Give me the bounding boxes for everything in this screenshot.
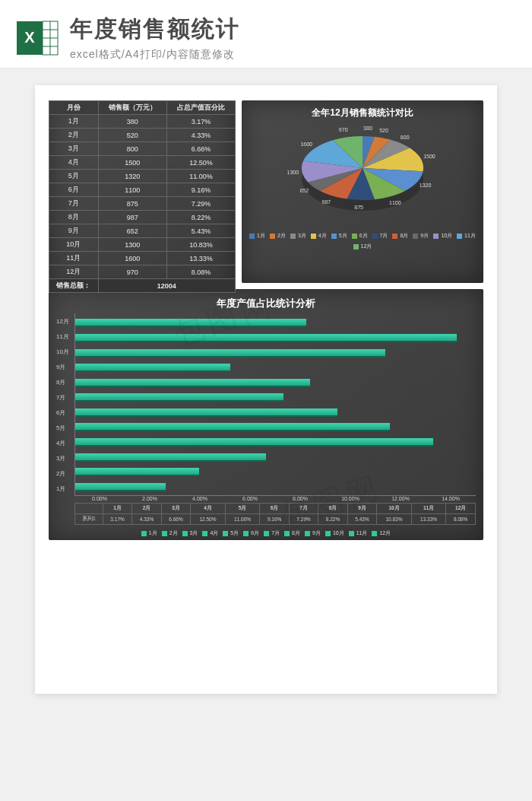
- legend-item: 9月: [413, 232, 429, 240]
- table-cell: 1100: [98, 183, 166, 197]
- bar-y-label: 3月: [56, 454, 71, 462]
- table-cell: 1600: [98, 252, 166, 265]
- table-cell: 12.50%: [166, 156, 235, 170]
- pie-data-label: 1600: [300, 141, 312, 147]
- legend-item: 1月: [249, 232, 265, 240]
- legend-item: 5月: [331, 232, 347, 240]
- bar-y-label: 4月: [56, 439, 71, 447]
- pie-data-label: 1500: [423, 154, 435, 159]
- legend-item: 4月: [202, 529, 218, 537]
- bar-y-axis: 1月2月3月4月5月6月7月8月9月10月11月12月: [56, 313, 74, 496]
- table-row: 6月11009.16%: [49, 183, 236, 197]
- page-title: 年度销售额统计: [70, 14, 515, 45]
- legend-item: 12月: [372, 529, 391, 537]
- table-row: 5月132011.00%: [49, 170, 236, 183]
- table-row: 12月9708.08%: [49, 265, 236, 279]
- bar: [75, 468, 199, 475]
- table-cell: 520: [98, 129, 166, 142]
- bar-y-label: 8月: [56, 378, 71, 386]
- legend-item: 2月: [270, 232, 286, 240]
- table-cell: 800: [98, 142, 166, 156]
- legend-item: 4月: [311, 232, 327, 240]
- legend-item: 8月: [392, 232, 408, 240]
- total-label: 销售总额：: [49, 279, 99, 293]
- sales-data-table: 月份 销售额（万元） 占总产值百分比 1月3803.17%2月5204.33%3…: [49, 100, 236, 293]
- table-cell: 8.08%: [166, 265, 235, 279]
- legend-item: 3月: [182, 529, 198, 537]
- col-percent: 占总产值百分比: [166, 101, 235, 115]
- table-cell: 4月: [49, 156, 99, 170]
- bar-x-tick: 6.00%: [225, 496, 275, 501]
- table-row: 7月8757.29%: [49, 197, 236, 211]
- table-total-row: 销售总额： 12004: [49, 279, 236, 293]
- bar-x-axis: 0.00%2.00%4.00%6.00%8.00%10.00%12.00%14.…: [56, 496, 476, 501]
- legend-item: 6月: [352, 232, 368, 240]
- pie-data-label: 875: [354, 205, 363, 210]
- table-cell: 380: [98, 115, 166, 129]
- table-row: 4月150012.50%: [49, 156, 236, 170]
- bar: [75, 319, 306, 326]
- col-amount: 销售额（万元）: [98, 101, 166, 115]
- bar-row: [75, 374, 476, 389]
- legend-item: 5月: [223, 529, 239, 537]
- table-cell: 7.29%: [166, 197, 235, 211]
- bar: [75, 423, 390, 430]
- bar-y-label: 7月: [56, 393, 71, 402]
- svg-text:X: X: [24, 29, 35, 46]
- table-cell: 11月: [49, 252, 99, 265]
- table-row: 1月3803.17%: [49, 115, 236, 129]
- pie-data-label: 970: [339, 127, 348, 132]
- col-month: 月份: [49, 101, 99, 115]
- bar-x-tick: 8.00%: [275, 496, 325, 501]
- table-cell: 987: [98, 211, 166, 224]
- legend-item: 7月: [264, 529, 280, 537]
- table-cell: 13.33%: [166, 252, 235, 265]
- table-cell: 970: [98, 265, 166, 279]
- table-cell: 9月: [49, 224, 99, 238]
- bar-row: [75, 315, 476, 330]
- legend-item: 3月: [290, 232, 306, 240]
- document-preview: 月份 销售额（万元） 占总产值百分比 1月3803.17%2月5204.33%3…: [35, 85, 497, 694]
- series-table-cell: 12.50%: [191, 514, 226, 525]
- bar-y-label: 2月: [56, 469, 71, 478]
- table-cell: 9.16%: [166, 183, 235, 197]
- bar-chart-title: 年度产值占比统计分析: [56, 294, 476, 313]
- table-cell: 8.22%: [166, 211, 235, 224]
- pie-data-label: 380: [363, 126, 372, 131]
- pie-chart: 3805208001500132011008759876521300160097…: [279, 122, 446, 229]
- table-cell: 5月: [49, 170, 99, 183]
- table-cell: 7月: [49, 197, 99, 211]
- pie-chart-title: 全年12月销售额统计对比: [312, 100, 413, 122]
- series-table-cell: 7.29%: [289, 514, 318, 525]
- pie-legend: 1月2月3月4月5月6月7月8月9月10月11月12月: [242, 229, 483, 253]
- bar: [75, 364, 230, 370]
- legend-item: 7月: [372, 232, 388, 240]
- bar-series-table: 1月2月3月4月5月6月7月8月9月10月11月12月 系列13.17%4.33…: [74, 503, 476, 525]
- table-cell: 6.66%: [166, 142, 235, 156]
- bar-x-tick: 2.00%: [125, 496, 175, 501]
- table-cell: 3.17%: [166, 115, 235, 129]
- bar-row: [75, 419, 476, 434]
- series-table-cell: 13.33%: [411, 514, 446, 525]
- series-table-cell: 8.08%: [446, 514, 476, 525]
- table-row: 2月5204.33%: [49, 129, 236, 142]
- table-cell: 4.33%: [166, 129, 235, 142]
- table-cell: 652: [98, 224, 166, 238]
- legend-item: 2月: [162, 529, 178, 537]
- bar-row: [75, 330, 476, 345]
- bar: [75, 438, 433, 445]
- bar-row: [75, 449, 476, 464]
- series-table-cell: 6.66%: [161, 514, 190, 525]
- table-cell: 8月: [49, 211, 99, 224]
- bar-chart-panel: 年度产值占比统计分析 1月2月3月4月5月6月7月8月9月10月11月12月 0…: [49, 289, 483, 540]
- table-row: 10月130010.83%: [49, 238, 236, 252]
- table-cell: 10.83%: [166, 238, 235, 252]
- series-table-cell: 9.16%: [260, 514, 289, 525]
- series-table-cell: 3.17%: [103, 514, 131, 525]
- bar: [75, 408, 337, 415]
- legend-item: 1月: [141, 529, 157, 537]
- table-cell: 1320: [98, 170, 166, 183]
- legend-item: 6月: [243, 529, 259, 537]
- bar-y-label: 9月: [56, 363, 71, 371]
- table-cell: 11.00%: [166, 170, 235, 183]
